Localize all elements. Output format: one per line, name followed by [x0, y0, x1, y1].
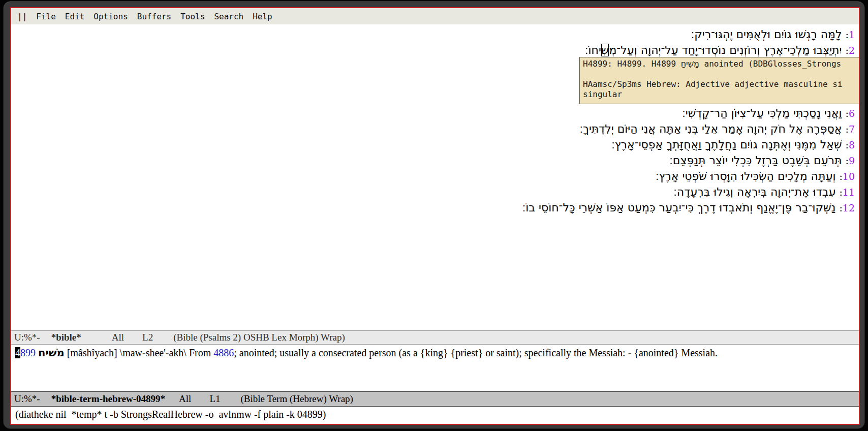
modeline-term-buffer: U:%*-*bible-term-hebrew-04899*AllL1(Bibl… — [11, 391, 859, 407]
verse-line: 11: עִבְדוּ אֶת־יְהוָה בְּיִרְאָה וְגִיל… — [11, 184, 855, 200]
menu-item-edit[interactable]: Edit — [65, 12, 85, 21]
menu-item-options[interactable]: Options — [94, 12, 128, 21]
modeline-bible-segment-3: L2 — [142, 332, 153, 343]
tooltip-text-line: HAamsc/Sp3ms Hebrew: Adjective adjective… — [583, 79, 859, 89]
minibuffer-command: (diatheke nil *temp* t -b StrongsRealHeb… — [15, 409, 326, 420]
tooltip-text-line: singular — [583, 89, 859, 100]
verse-text: אֲסַפְּרָה אֶל חֹק יְהוָה אָמַר אֵלַי בְ… — [580, 122, 842, 135]
verse-text: וְעַתָּה מְלָכִים הַשְׂכִּילוּ הִוָּסְרו… — [656, 170, 835, 182]
verse-number: 11 — [843, 187, 855, 198]
psalm-verses: 1: לָמָּה רָגְשׁוּ גוֹיִם וּלְאֻמִּים יֶ… — [11, 26, 855, 216]
verse-number: 8 — [849, 139, 855, 150]
verse-number: 2 — [849, 45, 855, 56]
verse-line: 9: תְּרֹעֵם בְּשֵׁבֶט בַּרְזֶל כִּכְלִי … — [11, 152, 855, 168]
strongs-tooltip: H4899: H4899. H4899 מָשִׁיחַ anointed (B… — [579, 57, 859, 104]
modeline-bible-segment-0: U:%*- — [14, 332, 40, 343]
inactive-hollow-cursor: שִׁ — [601, 44, 609, 56]
verse-text: וַאֲנִי נָסַכְתִּי מַלְכִּי עַל־צִיּוֹן … — [682, 107, 842, 119]
verse-line: 1: לָמָּה רָגְשׁוּ גוֹיִם וּלְאֻמִּים יֶ… — [11, 26, 855, 42]
bible-buffer-window[interactable]: 1: לָמָּה רָגְשׁוּ גוֹיִם וּלְאֻמִּים יֶ… — [11, 24, 859, 330]
verse-line: 12: נַשְּׁקוּ־בַר פֶּן־יֶאֱנַף וְתֹאבְדו… — [11, 200, 855, 216]
verse-text: נַשְּׁקוּ־בַר פֶּן־יֶאֱנַף וְתֹאבְדוּ דֶ… — [522, 201, 836, 214]
modeline-bible-segment-1: *bible* — [51, 332, 81, 343]
minibuffer[interactable]: (diatheke nil *temp* t -b StrongsRealHeb… — [11, 407, 859, 424]
verse-text: שְׁאַל מִמֶּנִּי וְאֶתְּנָה גוֹיִם נַחֲל… — [611, 138, 842, 151]
text-cursor-block: 4 — [15, 347, 20, 358]
modeline-term-segment-2: All — [179, 393, 191, 405]
menu-item-help[interactable]: Help — [253, 12, 272, 21]
verse-number: 10 — [843, 171, 855, 182]
menu-item-tools[interactable]: Tools — [180, 12, 205, 21]
hebrew-lemma: משׁיח — [38, 346, 65, 359]
verse-number: 9 — [849, 155, 855, 166]
verse-text: תְּרֹעֵם בְּשֵׁבֶט בַּרְזֶל כִּכְלִי יוֹ… — [669, 154, 842, 167]
verse-line: 7: אֲסַפְּרָה אֶל חֹק יְהוָה אָמַר אֵלַי… — [11, 121, 855, 137]
emacs-window-chrome: ||FileEditOptionsBuffersToolsSearchHelp … — [3, 1, 865, 429]
strongs-number-4886-link[interactable]: 4886 — [213, 347, 234, 358]
verse-text: יחוֹ׃ — [585, 44, 601, 56]
verse-number: 7 — [849, 124, 855, 135]
modeline-term-segment-3: L1 — [209, 393, 220, 405]
menu-item-file[interactable]: File — [36, 12, 56, 21]
modeline-term-segment-4: (Bible Term (Hebrew) Wrap) — [240, 393, 353, 405]
definition-text: [mâshîyach] \maw-shee'-akh\ From — [65, 347, 214, 358]
verse-text: יִתְיַצְּבוּ מַלְכֵי־אֶרֶץ וְרוֹזְנִים נ… — [609, 44, 842, 56]
verse-line: 6: וַאֲנִי נָסַכְתִּי מַלְכִּי עַל־צִיּו… — [11, 105, 855, 121]
modeline-bible-buffer: U:%*-*bible*AllL2(Bible (Psalms 2) OSHB … — [11, 330, 859, 345]
strongs-definition-line: 4899 משׁיח [mâshîyach] \maw-shee'-akh\ F… — [11, 345, 859, 359]
verse-text: עִבְדוּ אֶת־יְהוָה בְּיִרְאָה וְגִילוּ ב… — [673, 186, 835, 198]
verse-number: 12 — [843, 202, 855, 213]
verse-number: 1 — [849, 29, 855, 40]
screenshot-root: ||FileEditOptionsBuffersToolsSearchHelp … — [0, 0, 868, 431]
emacs-frame: ||FileEditOptionsBuffersToolsSearchHelp … — [10, 7, 860, 425]
tooltip-text-line: H4899: H4899. H4899 מָשִׁיחַ anointed (B… — [583, 59, 859, 69]
menu-item-search[interactable]: Search — [214, 12, 243, 21]
strongs-number-4899-link[interactable]: 899 — [20, 347, 36, 358]
definition-text: ; anointed; usually a consecrated person… — [234, 347, 718, 358]
verse-line: 10: וְעַתָּה מְלָכִים הַשְׂכִּילוּ הִוָּ… — [11, 168, 855, 184]
verse-line: 2: יִתְיַצְּבוּ מַלְכֵי־אֶרֶץ וְרוֹזְנִי… — [11, 42, 855, 58]
tooltip-text-line — [583, 69, 859, 79]
modeline-bible-segment-2: All — [112, 332, 124, 343]
modeline-term-segment-0: U:%*- — [14, 393, 40, 405]
verse-line: 8: שְׁאַל מִמֶּנִּי וְאֶתְּנָה גוֹיִם נַ… — [11, 137, 855, 152]
menu-item-buffers[interactable]: Buffers — [137, 12, 171, 21]
menu-item-[interactable]: || — [17, 12, 27, 21]
verse-number: 6 — [849, 108, 855, 119]
term-buffer-window[interactable]: 4899 משׁיח [mâshîyach] \maw-shee'-akh\ F… — [11, 345, 859, 391]
modeline-bible-segment-4: (Bible (Psalms 2) OSHB Lex Morph) Wrap) — [173, 332, 345, 343]
modeline-term-segment-1: *bible-term-hebrew-04899* — [51, 393, 165, 405]
verse-text: לָמָּה רָגְשׁוּ גוֹיִם וּלְאֻמִּים יֶהְג… — [691, 28, 842, 41]
menu-bar: ||FileEditOptionsBuffersToolsSearchHelp — [11, 8, 859, 24]
